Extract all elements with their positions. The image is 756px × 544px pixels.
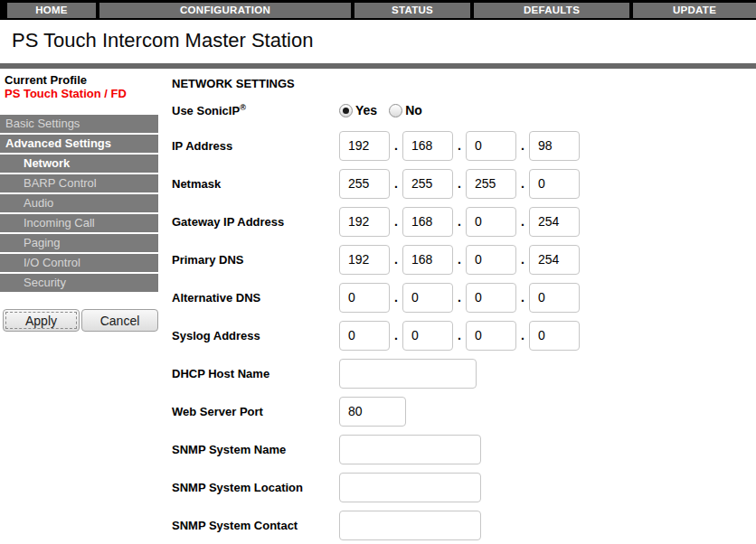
primary-dns-octet-4[interactable] [529, 245, 580, 275]
radio-option-yes[interactable]: Yes [339, 103, 377, 117]
sidebar-item-advanced-settings[interactable]: Advanced Settings [0, 135, 158, 153]
netmask-octet-2[interactable] [402, 169, 453, 199]
field-label: Web Server Port [172, 405, 339, 418]
octet-separator: . [453, 138, 466, 153]
octet-separator: . [390, 252, 402, 267]
primary-dns-octet-1[interactable] [339, 245, 390, 275]
sidebar-item-barp-control[interactable]: BARP Control [0, 174, 158, 192]
field-label: Netmask [172, 177, 339, 191]
alternative-dns-octet-4[interactable] [529, 283, 580, 313]
use-sonicip-label: Use SonicIP® [172, 103, 339, 117]
snmp-system-name-row: SNMP System Name [172, 430, 756, 468]
octet-separator: . [390, 328, 402, 342]
ip-address-octet-2[interactable] [402, 131, 453, 161]
syslog-address-octet-1[interactable] [339, 321, 390, 351]
field-label: SNMP System Location [172, 481, 339, 494]
nav-button-update[interactable]: UPDATE [633, 3, 756, 18]
ip-address-row: IP Address ... [172, 127, 756, 164]
field-label: Primary DNS [172, 253, 339, 267]
dhcp-host-name-input[interactable] [339, 359, 477, 389]
field-label: SNMP System Name [172, 443, 339, 456]
primary-dns-row: Primary DNS ... [172, 240, 756, 278]
ip-address-octet-3[interactable] [466, 131, 516, 161]
gateway-ip-address-octet-1[interactable] [339, 207, 390, 237]
netmask-octet-4[interactable] [529, 169, 580, 199]
netmask-octet-3[interactable] [466, 169, 516, 199]
sidebar: Current Profile PS Touch Station / FD Ba… [0, 71, 158, 544]
octet-separator: . [453, 328, 466, 342]
main-panel: NETWORK SETTINGS Use SonicIP® Yes No IP … [158, 71, 756, 544]
sidebar-item-security[interactable]: Security [0, 274, 158, 292]
snmp-system-location-row: SNMP System Location [172, 468, 756, 506]
top-nav: HOMECONFIGURATIONSTATUSDEFAULTSUPDATE [0, 0, 756, 20]
snmp-system-contact-row: SNMP System Contact [172, 506, 756, 544]
network-form: IP Address ... Netmask ... Gateway IP Ad… [172, 127, 756, 544]
gateway-ip-address-octet-2[interactable] [402, 207, 453, 237]
sidebar-buttons: Apply Cancel [3, 309, 158, 332]
field-label: Alternative DNS [172, 291, 339, 305]
content-area: Current Profile PS Touch Station / FD Ba… [0, 69, 756, 544]
apply-button[interactable]: Apply [3, 309, 80, 332]
ip-address-octet-1[interactable] [339, 131, 390, 161]
field-label: SNMP System Contact [172, 519, 339, 532]
octet-separator: . [516, 176, 529, 191]
sidebar-menu: Basic SettingsAdvanced SettingsNetworkBA… [0, 115, 158, 292]
field-label: Syslog Address [172, 329, 339, 342]
netmask-row: Netmask ... [172, 164, 756, 202]
syslog-address-octet-2[interactable] [402, 321, 453, 351]
registered-trademark-mark: ® [240, 103, 246, 112]
sidebar-item-paging[interactable]: Paging [0, 234, 158, 252]
section-title: NETWORK SETTINGS [172, 77, 756, 90]
cancel-button[interactable]: Cancel [81, 309, 158, 332]
page-title: PS Touch Intercom Master Station [12, 28, 756, 53]
primary-dns-octet-3[interactable] [466, 245, 516, 275]
snmp-system-name-input[interactable] [339, 435, 481, 464]
octet-separator: . [453, 214, 466, 229]
field-label: IP Address [172, 139, 339, 153]
radio-option-no[interactable]: No [389, 103, 422, 117]
octet-separator: . [516, 328, 529, 342]
octet-separator: . [390, 138, 402, 153]
alternative-dns-octet-2[interactable] [402, 283, 453, 313]
ip-address-octet-4[interactable] [529, 131, 580, 161]
sidebar-item-incoming-call[interactable]: Incoming Call [0, 214, 158, 232]
octet-separator: . [453, 252, 466, 267]
syslog-address-octet-4[interactable] [529, 321, 580, 351]
radio-button-icon[interactable] [339, 104, 353, 117]
radio-option-label: No [405, 103, 422, 117]
sidebar-item-network[interactable]: Network [0, 155, 158, 173]
alternative-dns-octet-3[interactable] [466, 283, 516, 313]
sidebar-item-basic-settings[interactable]: Basic Settings [0, 115, 158, 133]
octet-separator: . [516, 290, 529, 305]
syslog-address-row: Syslog Address ... [172, 316, 756, 354]
alternative-dns-octet-1[interactable] [339, 283, 390, 313]
octet-separator: . [516, 138, 529, 153]
netmask-octet-1[interactable] [339, 169, 390, 199]
gateway-ip-address-octet-4[interactable] [529, 207, 580, 237]
use-sonicip-row: Use SonicIP® Yes No [172, 94, 756, 127]
snmp-system-location-input[interactable] [339, 473, 481, 502]
sidebar-item-audio[interactable]: Audio [0, 194, 158, 212]
octet-separator: . [390, 290, 402, 305]
octet-separator: . [390, 176, 402, 191]
syslog-address-octet-3[interactable] [466, 321, 516, 351]
sidebar-item-i-o-control[interactable]: I/O Control [0, 254, 158, 272]
web-server-port-row: Web Server Port [172, 392, 756, 430]
field-label: DHCP Host Name [172, 367, 339, 380]
primary-dns-octet-2[interactable] [402, 245, 453, 275]
radio-button-icon[interactable] [389, 104, 402, 117]
current-profile-label: Current Profile [5, 73, 158, 87]
octet-separator: . [453, 290, 466, 305]
dhcp-host-name-row: DHCP Host Name [172, 354, 756, 392]
nav-button-defaults[interactable]: DEFAULTS [474, 3, 629, 18]
alternative-dns-row: Alternative DNS ... [172, 278, 756, 316]
nav-button-configuration[interactable]: CONFIGURATION [99, 3, 351, 18]
nav-button-home[interactable]: HOME [7, 3, 96, 18]
gateway-ip-address-octet-3[interactable] [466, 207, 516, 237]
nav-button-status[interactable]: STATUS [354, 3, 470, 18]
snmp-system-contact-input[interactable] [339, 511, 481, 540]
current-profile-value: PS Touch Station / FD [5, 87, 158, 100]
gateway-ip-address-row: Gateway IP Address ... [172, 202, 756, 240]
web-server-port-input[interactable] [339, 397, 406, 427]
octet-separator: . [453, 176, 466, 191]
